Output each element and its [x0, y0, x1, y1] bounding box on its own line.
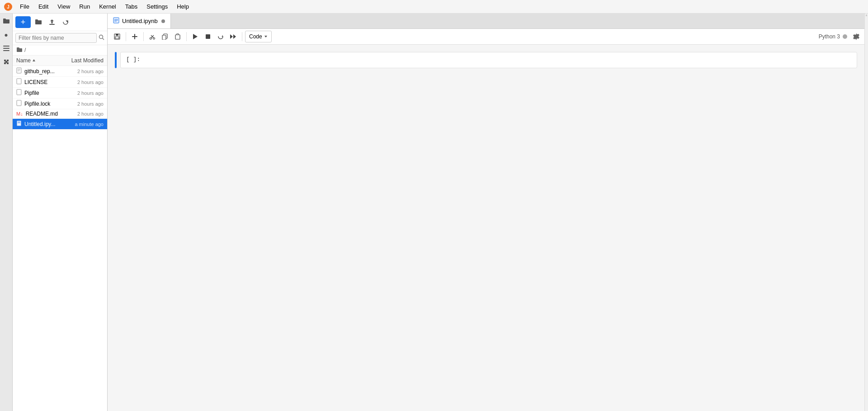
- svg-rect-4: [3, 50, 9, 51]
- notebook-tab-icon: [113, 17, 119, 25]
- copy-button[interactable]: [159, 31, 171, 42]
- notebook-content: [ ]:: [108, 45, 864, 411]
- sidebar-list-btn[interactable]: [1, 43, 11, 53]
- paste-button[interactable]: [172, 31, 184, 42]
- file-doc-icon: [16, 100, 22, 107]
- svg-marker-35: [222, 35, 223, 37]
- file-list: github_rep... 2 hours ago LICENSE 2 hour…: [13, 66, 107, 411]
- restart-button[interactable]: [215, 31, 226, 42]
- search-input[interactable]: [15, 33, 97, 43]
- cell-active-indicator: [115, 52, 117, 68]
- file-name: LICENSE: [24, 79, 63, 85]
- restart-run-all-button[interactable]: [227, 31, 239, 42]
- toolbar-sep: [186, 32, 187, 41]
- svg-rect-9: [17, 68, 21, 73]
- path-label: /: [24, 47, 26, 53]
- cell-content: [ ]:: [126, 56, 140, 63]
- file-doc-icon: [16, 89, 22, 97]
- open-folder-button[interactable]: [33, 16, 44, 28]
- file-name: README.md: [26, 111, 63, 117]
- svg-text:J: J: [7, 5, 9, 9]
- cut-button[interactable]: [146, 31, 158, 42]
- notebook-tab-label: Untitled.ipynb: [122, 18, 159, 24]
- scrollbar-thumb[interactable]: [866, 14, 867, 16]
- new-file-button[interactable]: +: [15, 16, 31, 28]
- list-item[interactable]: Pipfile 2 hours ago: [13, 88, 107, 98]
- notebook-tab[interactable]: Untitled.ipynb: [108, 14, 171, 28]
- svg-rect-31: [162, 35, 166, 40]
- svg-rect-34: [206, 34, 210, 39]
- menu-run[interactable]: Run: [75, 2, 94, 11]
- toolbar-sep: [143, 32, 144, 41]
- kernel-name: Python 3: [819, 33, 840, 40]
- kernel-status: Python 3: [819, 33, 847, 40]
- run-button[interactable]: [189, 31, 201, 42]
- file-name: Pipfile: [24, 90, 63, 96]
- list-item[interactable]: github_rep... 2 hours ago: [13, 66, 107, 77]
- sidebar-puzzle-btn[interactable]: [1, 57, 11, 67]
- file-name: Pipfile.lock: [24, 101, 63, 107]
- cell-type-label: Code: [249, 33, 262, 40]
- file-time: 2 hours ago: [63, 90, 104, 96]
- menu-edit[interactable]: Edit: [35, 2, 52, 11]
- svg-rect-16: [17, 121, 21, 126]
- current-path: /: [13, 45, 107, 56]
- sort-name-col[interactable]: Name: [16, 57, 63, 64]
- settings-gear-button[interactable]: [852, 32, 861, 41]
- vertical-scrollbar[interactable]: [864, 14, 868, 411]
- list-item[interactable]: Untitled.ipy... a minute ago: [13, 119, 107, 130]
- list-item[interactable]: Pipfile.lock 2 hours ago: [13, 98, 107, 109]
- save-button[interactable]: [111, 31, 123, 42]
- sort-modified-col[interactable]: Last Modified: [63, 57, 104, 64]
- add-cell-button[interactable]: [129, 31, 141, 42]
- svg-point-29: [153, 37, 155, 39]
- notebook-tabs: Untitled.ipynb: [108, 14, 864, 29]
- app-logo: J: [4, 2, 13, 11]
- file-name: Untitled.ipy...: [24, 121, 63, 127]
- menu-kernel[interactable]: Kernel: [95, 2, 120, 11]
- svg-rect-14: [17, 89, 21, 95]
- menu-settings[interactable]: Settings: [143, 2, 171, 11]
- svg-marker-36: [230, 34, 233, 39]
- menu-file[interactable]: File: [16, 2, 33, 11]
- cell-type-selector[interactable]: Code: [245, 31, 272, 42]
- search-icon[interactable]: [99, 34, 104, 42]
- file-time: 2 hours ago: [63, 79, 104, 85]
- list-item[interactable]: LICENSE 2 hours ago: [13, 77, 107, 88]
- file-time: 2 hours ago: [63, 101, 104, 107]
- search-box: [13, 31, 107, 45]
- sidebar-circle-btn[interactable]: ●: [1, 30, 11, 40]
- file-time: a minute ago: [63, 121, 104, 127]
- svg-rect-27: [134, 34, 135, 39]
- cell-body[interactable]: [ ]:: [120, 52, 857, 68]
- file-doc-icon: [16, 78, 22, 86]
- refresh-button[interactable]: [60, 16, 71, 28]
- file-md-icon: M↓: [16, 111, 23, 117]
- kernel-circle-indicator: [843, 34, 847, 39]
- file-toolbar: +: [13, 14, 107, 31]
- file-doc-icon: [16, 67, 22, 75]
- file-time: 2 hours ago: [63, 69, 104, 74]
- svg-rect-32: [175, 35, 180, 39]
- icon-sidebar: ●: [0, 14, 13, 411]
- notebook-cell[interactable]: [ ]:: [115, 52, 857, 68]
- menu-tabs[interactable]: Tabs: [122, 2, 141, 11]
- svg-rect-25: [115, 37, 119, 39]
- svg-point-7: [99, 35, 103, 39]
- notebook-unsaved-dot: [161, 19, 165, 23]
- upload-button[interactable]: [46, 16, 58, 28]
- file-panel: +: [13, 14, 108, 411]
- menu-help[interactable]: Help: [173, 2, 193, 11]
- svg-marker-37: [233, 34, 236, 39]
- menu-view[interactable]: View: [54, 2, 74, 11]
- sidebar-folder-btn[interactable]: [1, 16, 11, 26]
- file-time: 2 hours ago: [63, 111, 104, 117]
- stop-button[interactable]: [202, 31, 214, 42]
- svg-rect-13: [17, 79, 21, 84]
- list-item[interactable]: M↓ README.md 2 hours ago: [13, 109, 107, 119]
- toolbar-sep: [126, 32, 126, 41]
- notebook-area: Untitled.ipynb: [108, 14, 864, 411]
- svg-rect-2: [3, 46, 9, 47]
- menubar: J File Edit View Run Kernel Tabs Setting…: [0, 0, 868, 14]
- svg-rect-24: [116, 34, 118, 36]
